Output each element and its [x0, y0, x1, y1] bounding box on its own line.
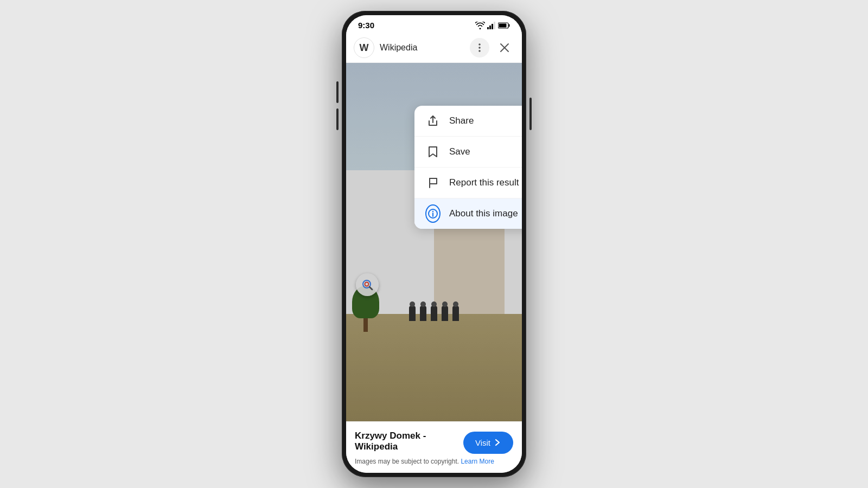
visit-button[interactable]: Visit: [463, 432, 513, 454]
svg-point-18: [432, 211, 433, 212]
status-bar: 9:30: [346, 15, 522, 33]
bookmark-icon: [425, 144, 441, 159]
close-icon: [500, 43, 509, 53]
power-button[interactable]: [529, 98, 532, 130]
menu-item-share[interactable]: Share: [414, 106, 522, 137]
bottom-card: Krzywy Domek - Wikipedia Visit Images ma…: [346, 421, 522, 473]
svg-point-7: [478, 43, 481, 46]
menu-item-about[interactable]: About this image: [414, 198, 522, 229]
about-icon-container: [425, 206, 441, 221]
share-icon: [425, 113, 441, 129]
more-options-button[interactable]: [470, 38, 489, 57]
browser-bar: W Wikipedia: [346, 33, 522, 63]
site-name: Wikipedia: [380, 43, 464, 53]
signal-icon: [487, 22, 496, 29]
about-info-icon: [425, 204, 441, 223]
wifi-icon: [475, 22, 485, 29]
status-icons: [475, 22, 510, 29]
svg-point-9: [478, 50, 481, 52]
svg-rect-5: [509, 24, 510, 27]
svg-rect-1: [489, 25, 491, 29]
save-label: Save: [449, 146, 470, 157]
more-dots-icon: [475, 43, 484, 53]
svg-rect-0: [487, 27, 489, 29]
learn-more-link[interactable]: Learn More: [461, 458, 494, 465]
report-label: Report this result: [449, 177, 519, 188]
bottom-card-text: Krzywy Domek - Wikipedia: [355, 431, 463, 454]
svg-rect-2: [492, 24, 493, 29]
bottom-card-main-row: Krzywy Domek - Wikipedia Visit: [355, 431, 513, 454]
about-label: About this image: [449, 208, 518, 219]
svg-rect-3: [494, 22, 495, 29]
close-button[interactable]: [495, 38, 514, 57]
visit-label: Visit: [475, 438, 490, 447]
vol-up-button[interactable]: [336, 81, 339, 103]
share-label: Share: [449, 115, 474, 126]
phone-screen: 9:30: [346, 15, 522, 473]
wikipedia-char: W: [360, 42, 369, 54]
copyright-text: Images may be subject to copyright.: [355, 458, 459, 465]
phone-frame: 9:30: [342, 11, 526, 477]
battery-icon: [498, 22, 510, 29]
menu-item-report[interactable]: Report this result: [414, 168, 522, 198]
context-menu: Share Save: [414, 106, 522, 229]
svg-point-8: [478, 47, 481, 49]
svg-rect-6: [499, 23, 507, 27]
menu-item-save[interactable]: Save: [414, 137, 522, 168]
content-area: Share Save: [346, 63, 522, 421]
site-logo: W: [354, 37, 374, 58]
copyright-notice: Images may be subject to copyright. Lear…: [355, 458, 513, 465]
result-title: Krzywy Domek - Wikipedia: [355, 431, 463, 452]
flag-icon: [425, 175, 441, 190]
status-time: 9:30: [358, 21, 374, 30]
visit-arrow-icon: [494, 439, 501, 446]
vol-down-button[interactable]: [336, 108, 339, 130]
